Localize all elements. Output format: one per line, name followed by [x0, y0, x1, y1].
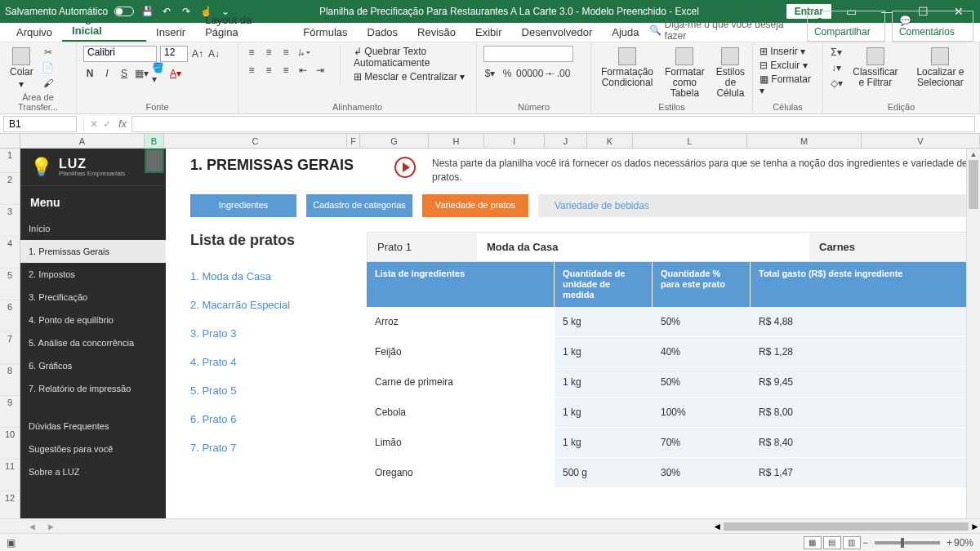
zoom-slider[interactable]	[875, 541, 940, 544]
align-top-icon[interactable]: ≡	[245, 46, 258, 59]
dish-link-5[interactable]: 5. Prato 5	[190, 376, 354, 405]
vertical-scrollbar[interactable]: ▲ ▼	[966, 149, 980, 533]
scroll-up-icon[interactable]: ▲	[967, 149, 980, 160]
redo-icon[interactable]: ↷	[180, 5, 193, 18]
cell-ingredient[interactable]: Oregano	[367, 458, 555, 487]
cell-qty[interactable]: 5 kg	[555, 307, 653, 336]
cell-cost[interactable]: R$ 1,47	[751, 458, 969, 487]
col-g[interactable]: G	[360, 134, 429, 148]
copy-icon[interactable]: 📄	[42, 61, 55, 74]
col-b[interactable]: B	[145, 134, 164, 148]
row-8[interactable]: 8	[0, 364, 20, 396]
table-row[interactable]: Carne de primeira1 kg50%R$ 9,45	[367, 367, 969, 398]
row-headers[interactable]: 1 2 3 4 5 6 7 8 9 10 11 12	[0, 149, 20, 527]
find-select-button[interactable]: Localizar e Selecionar	[908, 46, 973, 90]
fill-color-icon[interactable]: 🪣▾	[152, 67, 165, 80]
cell-ingredient[interactable]: Carne de primeira	[367, 367, 555, 397]
tab-view[interactable]: Exibir	[466, 23, 512, 42]
cell-pct[interactable]: 30%	[653, 458, 751, 487]
number-format-select[interactable]	[483, 46, 573, 62]
name-box[interactable]	[3, 116, 77, 132]
dish-link-3[interactable]: 3. Prato 3	[190, 319, 354, 348]
hscroll-thumb[interactable]	[724, 522, 969, 531]
row-11[interactable]: 11	[0, 460, 20, 491]
cell-styles-button[interactable]: Estilos de Célula	[713, 46, 748, 101]
cond-format-button[interactable]: Formatação Condicional	[598, 46, 657, 90]
grow-font-icon[interactable]: A↑	[191, 47, 204, 60]
sheet-nav-next-icon[interactable]: ►	[43, 522, 59, 531]
col-h[interactable]: H	[429, 134, 484, 148]
tab-formulas[interactable]: Fórmulas	[293, 23, 357, 42]
cell-pct[interactable]: 100%	[653, 398, 751, 427]
sidebar-home[interactable]: Início	[20, 217, 166, 240]
autosum-icon[interactable]: Σ▾	[830, 46, 843, 59]
subtab-ingredientes[interactable]: Ingredientes	[190, 194, 296, 217]
merge-center-button[interactable]: ⊞ Mesclar e Centralizar ▾	[354, 71, 470, 82]
tellme-search[interactable]: 🔍 Diga-me o que você deseja fazer	[649, 19, 800, 42]
zoom-out-icon[interactable]: −	[862, 537, 868, 549]
hscroll-right-icon[interactable]: ►	[970, 521, 980, 532]
row-1[interactable]: 1	[0, 149, 20, 173]
currency-icon[interactable]: $▾	[483, 67, 497, 80]
row-2[interactable]: 2	[0, 173, 20, 205]
col-m[interactable]: M	[747, 134, 862, 148]
paste-button[interactable]: Colar▾	[7, 46, 37, 91]
enter-formula-icon[interactable]: ✓	[100, 118, 114, 131]
cell-cost[interactable]: R$ 8,40	[751, 428, 969, 457]
col-l[interactable]: L	[633, 134, 747, 148]
record-macro-icon[interactable]: ▣	[7, 537, 16, 549]
dish-link-7[interactable]: 7. Prato 7	[190, 433, 354, 462]
row-4[interactable]: 4	[0, 237, 20, 269]
table-row[interactable]: Limão1 kg70%R$ 8,40	[367, 428, 969, 458]
cell-cost[interactable]: R$ 1,28	[751, 337, 969, 367]
page-break-view-icon[interactable]: ▥	[843, 536, 861, 549]
sidebar-faq[interactable]: Dúvidas Frequentes	[20, 415, 166, 438]
align-middle-icon[interactable]: ≡	[262, 46, 275, 59]
table-row[interactable]: Feijão1 kg40%R$ 1,28	[367, 337, 969, 367]
autosave-toggle[interactable]	[114, 7, 134, 16]
sidebar-item-6[interactable]: 6. Gráficos	[20, 354, 166, 377]
tab-help[interactable]: Ajuda	[602, 23, 648, 42]
col-i[interactable]: I	[484, 134, 545, 148]
italic-icon[interactable]: I	[100, 67, 114, 80]
subtab-variedade-pratos[interactable]: Variedade de pratos	[422, 194, 528, 217]
fill-icon[interactable]: ↓▾	[830, 61, 843, 74]
sidebar-item-1[interactable]: 1. Premissas Gerais	[20, 240, 166, 263]
comma-icon[interactable]: 000	[518, 67, 531, 80]
sidebar-about[interactable]: Sobre a LUZ	[20, 460, 166, 483]
cell-ingredient[interactable]: Arroz	[367, 307, 555, 336]
sheet-nav-prev-icon[interactable]: ◄	[24, 522, 40, 531]
cell-qty[interactable]: 1 kg	[555, 337, 653, 367]
shrink-font-icon[interactable]: A↓	[207, 47, 220, 60]
col-c[interactable]: C	[164, 134, 347, 148]
tab-home[interactable]: Página Inicial	[62, 9, 146, 42]
dec-decimal-icon[interactable]: ←.00	[552, 67, 565, 80]
row-9[interactable]: 9	[0, 396, 20, 428]
align-center-icon[interactable]: ≡	[262, 64, 275, 77]
cell-qty[interactable]: 1 kg	[555, 367, 653, 397]
zoom-level[interactable]: 90%	[954, 537, 973, 549]
subtab-categorias[interactable]: Cadastro de categorias	[306, 194, 412, 217]
subtab-variedade-bebidas[interactable]: Variedade de bebidas	[538, 194, 969, 217]
font-size-select[interactable]: 12	[160, 46, 188, 62]
category-name[interactable]: Carnes	[809, 233, 968, 261]
normal-view-icon[interactable]: ▦	[804, 536, 822, 549]
row-5[interactable]: 5	[0, 269, 20, 300]
cell-qty[interactable]: 1 kg	[555, 398, 653, 427]
table-row[interactable]: Cebola1 kg100%R$ 8,00	[367, 398, 969, 428]
wrap-text-button[interactable]: ↲ Quebrar Texto Automaticamente	[354, 46, 470, 69]
tab-file[interactable]: Arquivo	[7, 23, 62, 42]
dish-link-1[interactable]: 1. Moda da Casa	[190, 262, 354, 291]
page-layout-view-icon[interactable]: ▤	[823, 536, 841, 549]
cell-qty[interactable]: 1 kg	[555, 428, 653, 457]
cell-cost[interactable]: R$ 4,88	[751, 307, 969, 336]
underline-icon[interactable]: S	[118, 67, 131, 80]
indent-inc-icon[interactable]: ⇥	[314, 64, 327, 77]
align-left-icon[interactable]: ≡	[245, 64, 258, 77]
tab-data[interactable]: Dados	[358, 23, 408, 42]
cancel-formula-icon[interactable]: ✕	[87, 118, 100, 131]
clear-icon[interactable]: ◇▾	[830, 77, 843, 90]
row-10[interactable]: 10	[0, 428, 20, 460]
dish-link-6[interactable]: 6. Prato 6	[190, 405, 354, 433]
border-icon[interactable]: ▦▾	[135, 67, 148, 80]
